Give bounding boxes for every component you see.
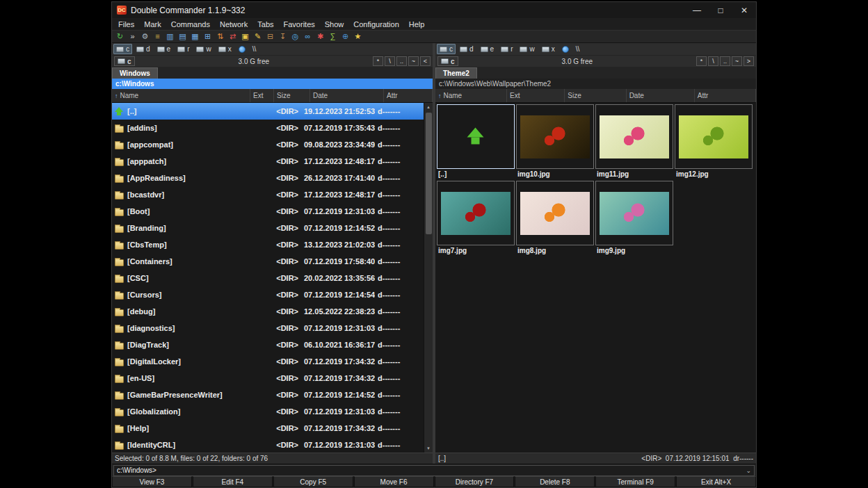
thumbnail-item[interactable]: img8.jpg [515, 180, 595, 257]
sync-dirs-icon[interactable]: ∞ [302, 31, 314, 42]
file-row[interactable]: [debug]<DIR>12.05.2022 22:38:23d------- [112, 303, 424, 320]
drive-button-x[interactable]: x [539, 44, 558, 54]
dropdown-arrow-icon[interactable]: ⌄ [746, 467, 751, 474]
menu-item-favorites[interactable]: Favorites [279, 19, 320, 29]
brief-view-icon[interactable]: ▥ [164, 31, 176, 42]
thumbnail-item[interactable]: img10.jpg [515, 104, 595, 180]
copy-files-icon[interactable]: ▣ [239, 31, 251, 42]
fnkey-terminal-f9[interactable]: Terminal F9 [595, 476, 675, 487]
favorites-icon[interactable]: ★ [352, 31, 364, 42]
menu-item-configuration[interactable]: Configuration [348, 19, 403, 29]
calculator-icon[interactable]: ∑ [327, 31, 339, 42]
fnkey-exit-alt-x[interactable]: Exit Alt+X [676, 476, 756, 487]
column-header-date[interactable]: Date [310, 89, 384, 102]
menu-item-files[interactable]: Files [113, 19, 139, 29]
file-row[interactable]: [Globalization]<DIR>07.12.2019 12:31:03d… [112, 403, 424, 420]
thumbnail-view-icon[interactable]: ▦ [189, 31, 201, 42]
horizontal-panels-icon[interactable]: ⇅ [214, 31, 226, 42]
drive-button-c[interactable]: c [437, 44, 456, 54]
pack-files-icon[interactable]: ⊟ [264, 31, 276, 42]
swap-panels-icon[interactable]: ⇄ [227, 31, 239, 42]
file-row[interactable]: [bcastdvr]<DIR>17.12.2023 12:48:17d-----… [112, 186, 424, 203]
drive-button-e[interactable]: e [154, 44, 174, 54]
drive-selector[interactable]: c [114, 56, 135, 66]
menu-item-commands[interactable]: Commands [166, 19, 215, 29]
file-row[interactable]: [CSC]<DIR>20.02.2022 13:35:56d------- [112, 270, 424, 286]
panel-nav-button[interactable]: * [696, 56, 707, 66]
extract-files-icon[interactable]: ↧ [277, 31, 289, 42]
scrollbar-track[interactable] [424, 111, 433, 444]
panel-nav-button[interactable]: > [744, 56, 754, 66]
drive-button-w[interactable]: w [517, 44, 537, 54]
drive-button-d[interactable]: d [457, 44, 476, 54]
edit-file-icon[interactable]: ✎ [252, 31, 264, 42]
file-row[interactable]: [en-US]<DIR>07.12.2019 17:34:32d------- [112, 370, 424, 387]
scroll-up-icon[interactable]: ▲ [424, 103, 433, 111]
network-drive-button[interactable] [236, 44, 248, 54]
drive-button-d[interactable]: d [134, 44, 153, 54]
thumbnail-item[interactable]: img12.jpg [674, 104, 753, 180]
file-row[interactable]: [Branding]<DIR>07.12.2019 12:14:52d-----… [112, 220, 424, 236]
drive-button-c[interactable]: c [113, 44, 132, 54]
thumbnail-item[interactable]: [..] [436, 104, 515, 180]
fnkey-move-f6[interactable]: Move F6 [354, 476, 434, 487]
unc-path-button[interactable]: \\ [573, 44, 583, 54]
vertical-scrollbar[interactable]: ▲ ▼ [424, 103, 433, 453]
full-view-icon[interactable]: ▤ [177, 31, 188, 42]
column-header-attr[interactable]: Attr [695, 89, 756, 102]
minimize-button[interactable]: — [685, 2, 709, 18]
menu-item-help[interactable]: Help [404, 19, 430, 29]
fnkey-delete-f8[interactable]: Delete F8 [515, 476, 595, 487]
panel-nav-button[interactable]: \ [385, 56, 395, 66]
drive-button-r[interactable]: r [175, 44, 192, 54]
file-row[interactable]: [IdentityCRL]<DIR>07.12.2019 12:31:03d--… [112, 437, 424, 453]
thumbnail-item[interactable]: img11.jpg [595, 104, 674, 180]
current-path-bar[interactable]: c:\Windows\Web\Wallpaper\Theme2 [435, 79, 756, 89]
tree-view-icon[interactable]: ⊞ [202, 31, 214, 42]
menu-item-tabs[interactable]: Tabs [252, 19, 278, 29]
panel-nav-button[interactable]: < [420, 56, 431, 66]
panel-nav-button[interactable]: ~ [408, 56, 419, 66]
panel-nav-button[interactable]: * [373, 56, 383, 66]
file-row[interactable]: [addins]<DIR>07.12.2019 17:35:43d------- [112, 120, 424, 136]
menu-item-network[interactable]: Network [215, 19, 252, 29]
scroll-down-icon[interactable]: ▼ [424, 444, 433, 453]
title-bar[interactable]: DC Double Commander 1.1.9~332 — □ ✕ [112, 2, 756, 18]
drive-selector[interactable]: c [437, 56, 458, 66]
file-row[interactable]: [Containers]<DIR>07.12.2019 17:58:40d---… [112, 253, 424, 270]
fnkey-view-f3[interactable]: View F3 [112, 476, 192, 487]
menu-item-show[interactable]: Show [320, 19, 349, 29]
column-header-name[interactable]: ↑Name [435, 89, 507, 102]
file-row[interactable]: [Cursors]<DIR>07.12.2019 12:14:54d------… [112, 286, 424, 303]
column-header-size[interactable]: Size [274, 89, 310, 102]
tab-windows[interactable]: Windows [112, 67, 158, 79]
command-line-input[interactable]: c:\Windows> ⌄ [113, 465, 755, 476]
fnkey-copy-f5[interactable]: Copy F5 [273, 476, 353, 487]
run-terminal-icon[interactable]: » [127, 31, 138, 42]
drive-button-e[interactable]: e [478, 44, 497, 54]
panel-nav-button[interactable]: ~ [732, 56, 742, 66]
network-drive-button[interactable] [559, 44, 572, 54]
file-row[interactable]: [Help]<DIR>07.12.2019 17:34:32d------- [112, 420, 424, 437]
file-row[interactable]: [appcompat]<DIR>09.08.2023 23:34:49d----… [112, 136, 424, 153]
close-button[interactable]: ✕ [732, 2, 756, 18]
drive-button-r[interactable]: r [498, 44, 515, 54]
column-header-date[interactable]: Date [627, 89, 695, 102]
unc-path-button[interactable]: \\ [250, 44, 259, 54]
column-header-ext[interactable]: Ext [507, 89, 565, 102]
drive-button-w[interactable]: w [193, 44, 214, 54]
current-path-bar[interactable]: c:\Windows [112, 79, 433, 89]
file-row[interactable]: [..]<DIR>19.12.2023 21:52:53d------- [112, 103, 424, 120]
menu-item-mark[interactable]: Mark [139, 19, 166, 29]
column-header-ext[interactable]: Ext [250, 89, 274, 102]
panel-nav-button[interactable]: \ [708, 56, 718, 66]
file-row[interactable]: [DigitalLocker]<DIR>07.12.2019 17:34:32d… [112, 353, 424, 370]
options-icon[interactable]: ⚙ [139, 31, 151, 42]
file-row[interactable]: [AppReadiness]<DIR>26.12.2023 17:41:40d-… [112, 170, 424, 186]
column-header-size[interactable]: Size [565, 89, 626, 102]
refresh-icon[interactable]: ↻ [114, 31, 126, 42]
file-row[interactable]: [GameBarPresenceWriter]<DIR>07.12.2019 1… [112, 387, 424, 403]
fnkey-directory-f7[interactable]: Directory F7 [435, 476, 515, 487]
file-row[interactable]: [DiagTrack]<DIR>06.10.2021 16:36:17d----… [112, 336, 424, 353]
search-files-icon[interactable]: ◎ [289, 31, 301, 42]
